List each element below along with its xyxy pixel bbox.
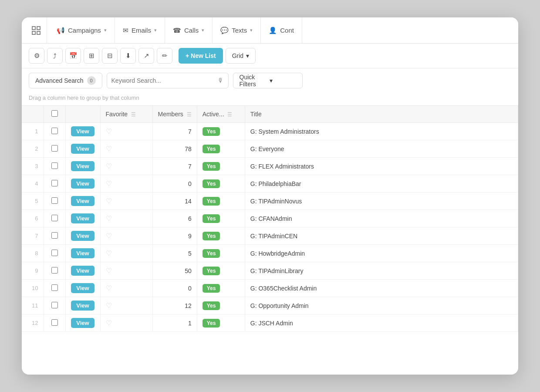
edit-button[interactable]: ✏ xyxy=(157,48,172,64)
keyword-search-input[interactable] xyxy=(111,77,214,84)
row-view-cell[interactable]: View xyxy=(65,123,100,140)
row-favorite-cell[interactable]: ♡ xyxy=(100,123,152,140)
row-favorite-cell[interactable]: ♡ xyxy=(100,245,152,262)
row-favorite-cell[interactable]: ♡ xyxy=(100,262,152,280)
nav-item-campaigns[interactable]: 📢 Campaigns ▾ xyxy=(49,17,115,43)
row-checkbox-cell[interactable] xyxy=(44,245,65,262)
row-checkbox[interactable] xyxy=(51,128,58,134)
favorite-heart-icon[interactable]: ♡ xyxy=(106,180,112,187)
row-checkbox[interactable] xyxy=(51,267,58,274)
view-button[interactable]: View xyxy=(71,266,94,276)
row-favorite-cell[interactable]: ♡ xyxy=(100,193,152,210)
row-checkbox-cell[interactable] xyxy=(44,140,65,158)
row-favorite-cell[interactable]: ♡ xyxy=(100,140,152,158)
share-button[interactable]: ⤴ xyxy=(47,48,63,64)
col-favorite-header[interactable]: Favorite ☰ xyxy=(100,106,152,123)
members-filter-icon[interactable]: ☰ xyxy=(187,112,192,118)
keyword-search-field[interactable]: 🎙 xyxy=(107,73,229,88)
favorite-heart-icon[interactable]: ♡ xyxy=(106,145,112,152)
row-checkbox-cell[interactable] xyxy=(44,262,65,280)
row-checkbox[interactable] xyxy=(51,180,58,186)
row-checkbox[interactable] xyxy=(51,197,58,204)
favorite-heart-icon[interactable]: ♡ xyxy=(106,128,112,135)
active-filter-icon[interactable]: ☰ xyxy=(227,112,232,118)
row-view-cell[interactable]: View xyxy=(65,262,100,280)
row-view-cell[interactable]: View xyxy=(65,227,100,245)
view-button[interactable]: View xyxy=(71,179,94,189)
view-button[interactable]: View xyxy=(71,213,94,223)
export-button[interactable]: ↗ xyxy=(138,48,154,64)
row-favorite-cell[interactable]: ♡ xyxy=(100,297,152,314)
row-view-cell[interactable]: View xyxy=(65,140,100,158)
row-checkbox-cell[interactable] xyxy=(44,314,65,332)
row-checkbox-cell[interactable] xyxy=(44,158,65,175)
row-view-cell[interactable]: View xyxy=(65,280,100,297)
col-members-header[interactable]: Members ☰ xyxy=(152,106,197,123)
select-all-checkbox[interactable] xyxy=(51,110,58,117)
settings-button[interactable]: ⚙ xyxy=(29,48,44,64)
nav-item-contacts[interactable]: 👤 Cont xyxy=(261,17,302,43)
view-button[interactable]: View xyxy=(71,144,94,154)
download-button[interactable]: ⬇ xyxy=(120,48,136,64)
favorite-heart-icon[interactable]: ♡ xyxy=(106,302,112,309)
col-active-header[interactable]: Active... ☰ xyxy=(197,106,245,123)
nav-item-emails[interactable]: ✉ Emails ▾ xyxy=(115,17,165,43)
favorite-heart-icon[interactable]: ♡ xyxy=(106,162,112,170)
row-checkbox[interactable] xyxy=(51,215,58,221)
calculator-button[interactable]: ⊞ xyxy=(84,48,99,64)
favorite-heart-icon[interactable]: ♡ xyxy=(106,232,112,240)
view-button[interactable]: View xyxy=(71,161,94,171)
nav-item-texts[interactable]: 💬 Texts ▾ xyxy=(213,17,261,43)
calendar-button[interactable]: 📅 xyxy=(65,48,81,64)
view-button[interactable]: View xyxy=(71,283,94,293)
row-checkbox[interactable] xyxy=(51,284,58,291)
view-button[interactable]: View xyxy=(71,301,94,311)
nav-logo[interactable] xyxy=(25,17,47,43)
row-checkbox[interactable] xyxy=(51,145,58,152)
row-checkbox[interactable] xyxy=(51,162,58,169)
microphone-icon[interactable]: 🎙 xyxy=(218,77,224,84)
row-checkbox-cell[interactable] xyxy=(44,280,65,297)
row-checkbox-cell[interactable] xyxy=(44,123,65,140)
row-checkbox-cell[interactable] xyxy=(44,193,65,210)
favorite-heart-icon[interactable]: ♡ xyxy=(106,197,112,205)
row-favorite-cell[interactable]: ♡ xyxy=(100,280,152,297)
row-checkbox-cell[interactable] xyxy=(44,175,65,193)
row-checkbox[interactable] xyxy=(51,319,58,326)
grid-button[interactable]: ⊟ xyxy=(102,48,118,64)
row-view-cell[interactable]: View xyxy=(65,158,100,175)
favorite-filter-icon[interactable]: ☰ xyxy=(131,112,136,118)
row-view-cell[interactable]: View xyxy=(65,245,100,262)
row-view-cell[interactable]: View xyxy=(65,314,100,332)
view-button[interactable]: View xyxy=(71,318,94,328)
row-checkbox-cell[interactable] xyxy=(44,227,65,245)
favorite-heart-icon[interactable]: ♡ xyxy=(106,319,112,327)
favorite-heart-icon[interactable]: ♡ xyxy=(106,250,112,257)
row-favorite-cell[interactable]: ♡ xyxy=(100,314,152,332)
quick-filters-dropdown[interactable]: Quick Filters ▾ xyxy=(233,73,303,88)
row-checkbox[interactable] xyxy=(51,232,58,239)
row-favorite-cell[interactable]: ♡ xyxy=(100,210,152,227)
advanced-search-button[interactable]: Advanced Search 0 xyxy=(29,73,102,88)
row-favorite-cell[interactable]: ♡ xyxy=(100,227,152,245)
view-button[interactable]: View xyxy=(71,196,94,206)
new-list-button[interactable]: + New List xyxy=(179,48,223,64)
row-checkbox-cell[interactable] xyxy=(44,297,65,314)
row-checkbox-cell[interactable] xyxy=(44,210,65,227)
row-view-cell[interactable]: View xyxy=(65,210,100,227)
row-favorite-cell[interactable]: ♡ xyxy=(100,175,152,193)
row-checkbox[interactable] xyxy=(51,250,58,256)
row-checkbox[interactable] xyxy=(51,302,58,308)
grid-dropdown[interactable]: Grid ▾ xyxy=(226,48,256,64)
view-button[interactable]: View xyxy=(71,248,94,258)
row-view-cell[interactable]: View xyxy=(65,175,100,193)
row-view-cell[interactable]: View xyxy=(65,193,100,210)
favorite-heart-icon[interactable]: ♡ xyxy=(106,215,112,222)
row-favorite-cell[interactable]: ♡ xyxy=(100,158,152,175)
view-button[interactable]: View xyxy=(71,126,94,136)
favorite-heart-icon[interactable]: ♡ xyxy=(106,284,112,292)
nav-item-calls[interactable]: ☎ Calls ▾ xyxy=(165,17,213,43)
view-button[interactable]: View xyxy=(71,231,94,241)
row-view-cell[interactable]: View xyxy=(65,297,100,314)
favorite-heart-icon[interactable]: ♡ xyxy=(106,267,112,274)
